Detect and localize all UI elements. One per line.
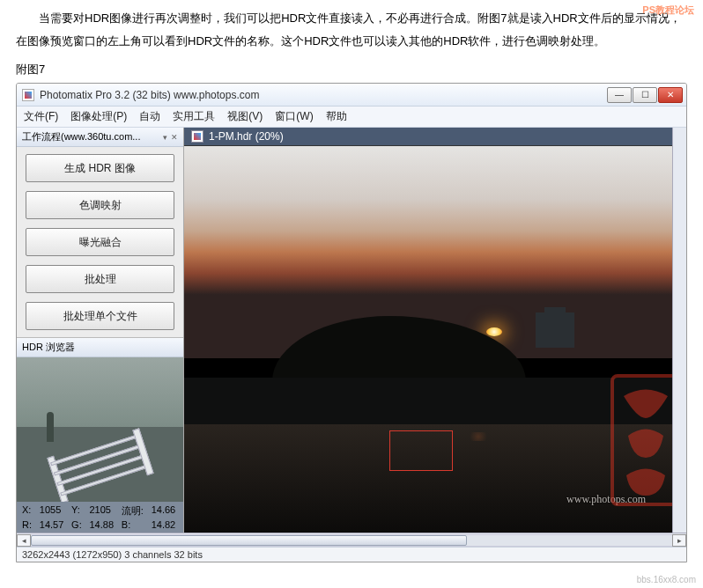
lum-value: 14.66 xyxy=(152,504,178,518)
left-column: 工作流程(www.360tu.com... ▾ ✕ 生成 HDR 图像 色调映射… xyxy=(17,128,184,533)
hdr-browser-header[interactable]: HDR 浏览器 xyxy=(17,338,183,357)
b-label: B: xyxy=(122,519,146,530)
statusbar: 3262x2443 (1272x950) 3 channels 32 bits xyxy=(17,547,686,562)
selection-rectangle[interactable] xyxy=(389,430,453,471)
menu-window[interactable]: 窗口(W) xyxy=(275,109,313,124)
lum-label: 流明: xyxy=(122,504,146,518)
exposure-fusion-button[interactable]: 曝光融合 xyxy=(26,228,174,256)
close-button[interactable]: ✕ xyxy=(658,87,683,103)
hdr-browser-preview[interactable] xyxy=(17,357,183,502)
g-label: G: xyxy=(71,519,84,530)
menu-help[interactable]: 帮助 xyxy=(326,109,347,124)
hdr-browser-panel: X:1055 Y:2105 流明:14.66 R:14.57 G:14.88 B… xyxy=(17,357,183,533)
figure-caption: 附图7 xyxy=(0,55,703,83)
menu-file[interactable]: 文件(F) xyxy=(24,109,58,124)
menu-auto[interactable]: 自动 xyxy=(139,109,160,124)
intro-line-1: 当需要对HDR图像进行再次调整时，我们可以把HDR文件直接读入，不必再进行合成。… xyxy=(16,9,687,28)
panel-close-icon[interactable]: ✕ xyxy=(171,133,178,142)
maximize-button[interactable]: ☐ xyxy=(633,87,657,103)
scroll-track[interactable] xyxy=(31,534,672,547)
x-value: 1055 xyxy=(40,504,66,518)
b-value: 14.82 xyxy=(152,519,178,530)
horizontal-scrollbar[interactable]: ◂ ▸ xyxy=(17,533,686,547)
scroll-left-arrow[interactable]: ◂ xyxy=(17,534,31,547)
x-label: X: xyxy=(22,504,34,518)
building-silhouette xyxy=(536,312,574,348)
r-value: 14.57 xyxy=(40,519,66,530)
intro-text: 当需要对HDR图像进行再次调整时，我们可以把HDR文件直接读入，不必再进行合成。… xyxy=(0,0,703,51)
scroll-thumb[interactable] xyxy=(31,535,467,546)
app-icon xyxy=(22,89,34,101)
y-value: 2105 xyxy=(90,504,116,518)
generate-hdr-button[interactable]: 生成 HDR 图像 xyxy=(26,154,174,182)
batch-single-button[interactable]: 批处理单个文件 xyxy=(26,302,174,330)
g-value: 14.88 xyxy=(90,519,116,530)
image-preview[interactable]: www.photops.com xyxy=(184,146,672,533)
minimize-button[interactable]: — xyxy=(607,87,632,103)
intro-line-2: 在图像预览窗口的左上角可以看到HDR文件的名称。这个HDR文件也可以读入其他的H… xyxy=(16,32,687,51)
hdr-browser-title: HDR 浏览器 xyxy=(22,341,75,354)
vertical-scrollbar-body[interactable] xyxy=(672,146,686,533)
panel-collapse-icon[interactable]: ▾ xyxy=(163,133,167,142)
document-title: 1-PM.hdr (20%) xyxy=(209,130,284,143)
page-watermark-top: PS教程论坛 xyxy=(642,4,694,17)
window-title: Photomatix Pro 3.2 (32 bits) www.photops… xyxy=(40,89,259,101)
r-label: R: xyxy=(22,519,34,530)
document-icon xyxy=(191,130,204,143)
menu-image-process[interactable]: 图像处理(P) xyxy=(70,109,127,124)
document-tab[interactable]: 1-PM.hdr (20%) xyxy=(184,128,672,146)
menu-view[interactable]: 视图(V) xyxy=(227,109,263,124)
scroll-right-arrow[interactable]: ▸ xyxy=(672,534,686,547)
menubar: 文件(F) 图像处理(P) 自动 实用工具 视图(V) 窗口(W) 帮助 xyxy=(17,107,686,128)
batch-button[interactable]: 批处理 xyxy=(26,265,174,293)
document-area: 1-PM.hdr (20%) www.photops.com xyxy=(184,128,686,533)
vertical-scrollbar[interactable] xyxy=(672,128,686,146)
y-label: Y: xyxy=(71,504,84,518)
menu-tools[interactable]: 实用工具 xyxy=(173,109,215,124)
page-watermark-bottom: bbs.16xx8.com xyxy=(637,575,696,584)
app-window: Photomatix Pro 3.2 (32 bits) www.photops… xyxy=(16,83,687,562)
tone-mapping-button[interactable]: 色调映射 xyxy=(26,191,174,219)
content-area: 工作流程(www.360tu.com... ▾ ✕ 生成 HDR 图像 色调映射… xyxy=(17,128,686,533)
titlebar[interactable]: Photomatix Pro 3.2 (32 bits) www.photops… xyxy=(17,84,686,107)
workflow-panel: 生成 HDR 图像 色调映射 曝光融合 批处理 批处理单个文件 xyxy=(17,147,183,338)
red-seal-watermark xyxy=(610,374,672,506)
workflow-title: 工作流程(www.360tu.com... xyxy=(22,130,140,143)
hdr-browser-info: X:1055 Y:2105 流明:14.66 R:14.57 G:14.88 B… xyxy=(17,502,183,533)
workflow-panel-header[interactable]: 工作流程(www.360tu.com... ▾ ✕ xyxy=(17,128,183,147)
